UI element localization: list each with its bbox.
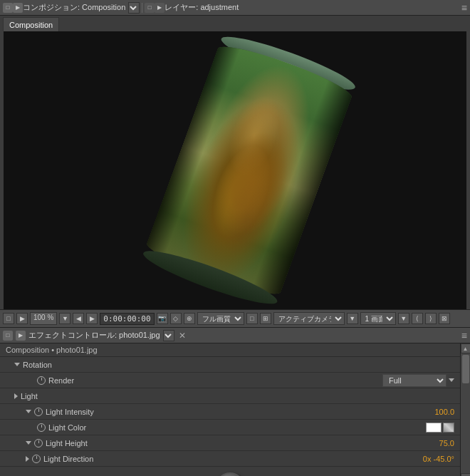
rotation-row: Rotation	[0, 357, 460, 373]
color-picker[interactable]	[443, 423, 454, 433]
toolbar-icon-8[interactable]: ⊞	[260, 313, 271, 324]
direction-value[interactable]: 0x -45.0°	[423, 455, 454, 463]
toolbar-icon-9[interactable]: ▼	[347, 313, 358, 324]
intensity-stopwatch[interactable]	[34, 408, 43, 416]
composition-dropdown[interactable]: ▼	[128, 2, 140, 14]
scroll-track[interactable]	[461, 353, 471, 473]
toolbar-icon-10[interactable]: ▼	[398, 313, 409, 324]
color-label: Light Color	[48, 423, 426, 432]
render-dropdown-wrapper: Full	[382, 374, 454, 387]
corner-menu-top[interactable]: ≡	[461, 2, 467, 14]
direction-label: Light Direction	[43, 455, 423, 463]
quality-select-wrapper: フル画質	[197, 312, 244, 325]
height-label: Light Height	[46, 439, 439, 447]
render-arrow	[449, 378, 454, 382]
comp-panel-icon-2: ▶	[13, 3, 23, 13]
direction-triangle[interactable]	[26, 456, 29, 462]
render-label: Render	[48, 376, 382, 385]
composition-panel-title: コンポジション: Composition	[23, 2, 125, 13]
toolbar-icon-11[interactable]: ⟨	[412, 313, 423, 324]
toolbar-icon-left1[interactable]: □	[3, 313, 14, 324]
render-row: Render Full	[0, 373, 460, 388]
composition-panel-bar: □ ▶ コンポジション: Composition ▼ □ ▶ レイヤー: adj…	[0, 0, 470, 16]
effect-icon-1: □	[3, 331, 13, 341]
direction-stopwatch[interactable]	[32, 455, 41, 463]
light-row: Light	[0, 388, 460, 404]
bottom-toolbar: □ ▶ 100 % ▼ ◀ ▶ 0:00:00:00 📷 ◇ ⊕ フル画質 □ …	[0, 309, 470, 328]
composition-view	[4, 31, 466, 309]
zoom-dropdown[interactable]: ▼	[59, 313, 70, 324]
effect-main: Composition • photo01.jpg Rotation Rende…	[0, 343, 460, 476]
height-value[interactable]: 75.0	[439, 439, 454, 447]
toolbar-icon-6[interactable]: ⊕	[184, 313, 195, 324]
panel-separator-1	[142, 3, 142, 13]
cylinder-container	[143, 38, 355, 301]
toolbar-icon-12[interactable]: ⟩	[425, 313, 437, 324]
camera-select[interactable]: アクティブカメラ	[273, 312, 345, 325]
toolbar-icon-13[interactable]: ⊠	[439, 313, 450, 324]
zoom-level[interactable]: 100 %	[30, 312, 57, 325]
color-stopwatch[interactable]	[37, 423, 46, 432]
view-select[interactable]: 1 画面	[360, 312, 396, 325]
rotation-triangle[interactable]	[14, 363, 20, 366]
dial-row	[0, 467, 460, 476]
effect-corner-menu[interactable]: ≡	[461, 330, 467, 341]
effect-panel-bar: □ ▶ エフェクトコントロール: photo01.jpg ▼ ✕ ≡	[0, 328, 470, 343]
rotation-label: Rotation	[23, 361, 454, 369]
color-box-white[interactable]	[426, 423, 442, 433]
light-color-row: Light Color	[0, 420, 460, 435]
comp-panel-icon-1: □	[3, 3, 13, 13]
toolbar-icon-4[interactable]: ▶	[86, 313, 98, 324]
height-triangle[interactable]	[26, 441, 31, 445]
toolbar-icon-left2[interactable]: ▶	[16, 313, 28, 324]
toolbar-icon-5[interactable]: ◇	[170, 313, 182, 324]
scroll-arrow-down[interactable]: ▼	[461, 473, 471, 476]
light-intensity-row: Light Intensity 100.0	[0, 404, 460, 420]
toolbar-icon-7[interactable]: □	[246, 313, 258, 324]
effect-content: Composition • photo01.jpg Rotation Rende…	[0, 343, 470, 476]
light-direction-row: Light Direction 0x -45.0°	[0, 451, 460, 467]
effect-scrollbar: ▲ ▼	[460, 343, 470, 476]
toolbar-icon-3[interactable]: ◀	[73, 313, 84, 324]
scroll-arrow-up[interactable]: ▲	[461, 343, 471, 353]
effect-icon-2: ▶	[16, 331, 26, 341]
render-select[interactable]: Full	[382, 374, 446, 387]
height-stopwatch[interactable]	[34, 439, 43, 447]
scroll-thumb	[462, 355, 469, 383]
intensity-value[interactable]: 100.0	[434, 408, 454, 416]
composition-photo-label: Composition • photo01.jpg	[0, 343, 460, 357]
comp-icon-3: □	[145, 3, 155, 13]
quality-select[interactable]: フル画質	[197, 312, 244, 325]
effect-close-btn[interactable]: ✕	[179, 331, 186, 341]
intensity-label: Light Intensity	[46, 408, 434, 416]
light-triangle[interactable]	[14, 393, 18, 399]
color-swatch	[426, 423, 454, 433]
camera-select-wrapper: アクティブカメラ	[273, 312, 345, 325]
timecode[interactable]: 0:00:00:00	[100, 313, 154, 325]
render-stopwatch[interactable]	[37, 376, 46, 385]
intensity-triangle[interactable]	[26, 410, 31, 413]
camera-icon[interactable]: 📷	[157, 313, 168, 324]
light-height-row: Light Height 75.0	[0, 435, 460, 451]
layer-panel-title: レイヤー: adjustment	[164, 2, 239, 13]
tab-composition[interactable]: Composition	[3, 17, 59, 31]
effect-panel-title: エフェクトコントロール: photo01.jpg	[28, 330, 160, 341]
light-direction-dial[interactable]	[216, 472, 244, 476]
effect-panel-dropdown[interactable]: ▼	[163, 330, 174, 341]
light-label: Light	[21, 392, 454, 400]
comp-icon-4: ▶	[155, 3, 164, 13]
view-select-wrapper: 1 画面	[360, 312, 396, 325]
tab-row: Composition	[0, 16, 470, 31]
